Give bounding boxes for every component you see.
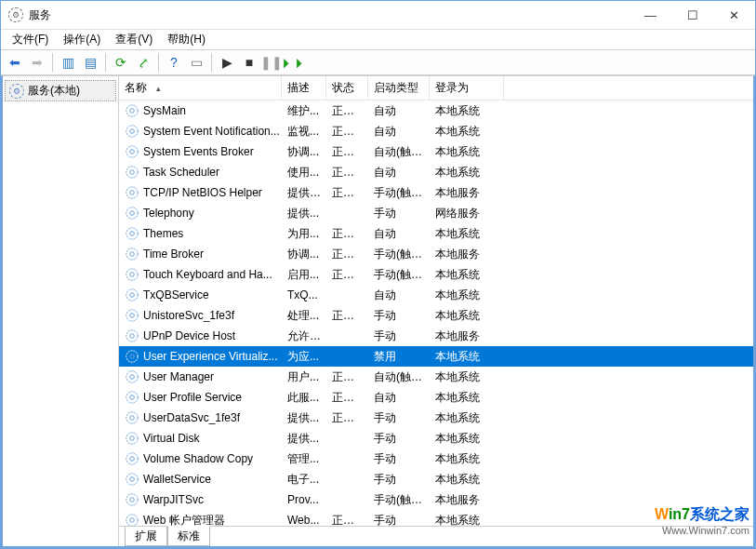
svg-point-3 <box>130 129 135 134</box>
service-name-label: User Profile Service <box>143 391 242 404</box>
restart-service-button[interactable]: ⏵⏵ <box>284 52 304 73</box>
column-header-status[interactable]: 状态 <box>326 76 368 100</box>
cell-status: 正在... <box>326 103 368 119</box>
menu-view[interactable]: 查看(V) <box>108 30 160 49</box>
cell-startup: 自动(触发... <box>368 144 430 160</box>
service-row[interactable]: Task Scheduler使用...正在...自动本地系统 <box>119 162 753 182</box>
svg-point-12 <box>126 228 138 239</box>
menu-action[interactable]: 操作(A) <box>56 30 108 49</box>
cell-name: SysMain <box>119 103 282 118</box>
svg-point-38 <box>126 494 138 505</box>
column-header-startup[interactable]: 启动类型 <box>368 76 430 100</box>
tab-standard[interactable]: 标准 <box>167 526 210 546</box>
properties-button[interactable]: ▭ <box>186 52 206 73</box>
cell-startup: 手动(触发... <box>368 185 430 201</box>
cell-logon: 本地系统 <box>430 472 504 488</box>
close-button[interactable]: ✕ <box>713 1 755 29</box>
service-row[interactable]: TCP/IP NetBIOS Helper提供 ...正在...手动(触发...… <box>119 182 753 203</box>
cell-description: 用户... <box>282 369 326 385</box>
service-name-label: System Event Notification... <box>143 125 280 138</box>
maximize-button[interactable]: ☐ <box>671 1 713 29</box>
pause-service-button[interactable]: ❚❚ <box>261 52 282 73</box>
cell-startup: 手动 <box>368 431 430 447</box>
show-hide-tree-button[interactable]: ▥ <box>58 52 78 73</box>
service-name-label: Touch Keyboard and Ha... <box>143 268 272 281</box>
cell-startup: 自动(触发... <box>368 369 430 385</box>
svg-point-40 <box>126 515 138 526</box>
refresh-button[interactable]: ⟳ <box>111 52 131 73</box>
svg-point-16 <box>126 269 138 280</box>
svg-point-1 <box>130 109 135 114</box>
service-row[interactable]: User Experience Virtualiz...为应...禁用本地系统 <box>119 346 753 367</box>
svg-point-18 <box>126 289 138 301</box>
cell-name: WarpJITSvc <box>119 492 282 507</box>
service-row[interactable]: System Event Notification...监视...正在...自动… <box>119 121 753 141</box>
service-gear-icon <box>125 308 139 323</box>
service-gear-icon <box>125 513 139 526</box>
column-header-logon[interactable]: 登录为 <box>430 76 504 100</box>
service-row[interactable]: Themes为用...正在...自动本地系统 <box>119 223 753 244</box>
services-list[interactable]: 名称 ▴ 描述 状态 启动类型 登录为 SysMain维护...正在...自动本… <box>119 76 753 526</box>
svg-point-14 <box>126 248 138 260</box>
cell-description: 此服... <box>282 390 326 406</box>
service-row[interactable]: System Events Broker协调...正在...自动(触发...本地… <box>119 141 753 162</box>
cell-description: Prov... <box>282 493 326 506</box>
help-button[interactable]: ? <box>164 52 184 73</box>
start-service-button[interactable]: ▶ <box>217 52 237 73</box>
service-row[interactable]: Time Broker协调...正在...手动(触发...本地服务 <box>119 244 753 264</box>
service-row[interactable]: UnistoreSvc_1fe3f处理...正在...手动本地系统 <box>119 305 753 326</box>
service-gear-icon <box>125 103 139 118</box>
service-gear-icon <box>125 226 139 241</box>
service-row[interactable]: SysMain维护...正在...自动本地系统 <box>119 100 753 121</box>
service-row[interactable]: Volume Shadow Copy管理...手动本地系统 <box>119 449 753 469</box>
cell-logon: 本地服务 <box>430 185 504 201</box>
cell-description: 协调... <box>282 144 326 160</box>
service-row[interactable]: Telephony提供...手动网络服务 <box>119 203 753 223</box>
cell-logon: 本地服务 <box>430 247 504 262</box>
service-row[interactable]: User Manager用户...正在...自动(触发...本地系统 <box>119 367 753 387</box>
forward-button[interactable]: ➡ <box>27 52 47 73</box>
minimize-button[interactable]: — <box>630 1 671 29</box>
cell-name: System Events Broker <box>119 144 282 159</box>
cell-description: 提供... <box>282 410 326 426</box>
stop-service-button[interactable]: ■ <box>239 52 259 73</box>
toolbar-separator <box>52 53 53 72</box>
cell-description: 协调... <box>282 247 326 262</box>
view-tabs: 扩展 标准 <box>119 526 753 546</box>
cell-description: 允许 ... <box>282 328 326 344</box>
cell-status: 正在... <box>326 144 368 160</box>
column-header-name-label: 名称 <box>125 80 147 96</box>
column-header-name[interactable]: 名称 ▴ <box>119 76 282 100</box>
service-gear-icon <box>125 451 139 466</box>
service-gear-icon <box>125 165 139 180</box>
service-gear-icon <box>125 206 139 221</box>
service-row[interactable]: WarpJITSvcProv...手动(触发...本地服务 <box>119 489 753 510</box>
cell-logon: 本地系统 <box>430 369 504 385</box>
cell-logon: 本地系统 <box>430 103 504 119</box>
service-row[interactable]: UserDataSvc_1fe3f提供...正在...手动本地系统 <box>119 408 753 428</box>
service-gear-icon <box>125 267 139 282</box>
tab-extended[interactable]: 扩展 <box>125 527 167 546</box>
cell-description: 处理... <box>282 308 326 324</box>
tree-node-services-local[interactable]: ⚙ 服务(本地) <box>5 80 116 101</box>
service-row[interactable]: WalletService电子...手动本地系统 <box>119 469 753 489</box>
service-row[interactable]: Web 帐户管理器Web...正在...手动本地系统 <box>119 510 753 526</box>
service-row[interactable]: User Profile Service此服...正在...自动本地系统 <box>119 387 753 408</box>
cell-description: TxQ... <box>282 288 326 301</box>
toolbar-separator <box>158 53 159 72</box>
services-node-icon: ⚙ <box>9 84 24 99</box>
service-row[interactable]: Virtual Disk提供...手动本地系统 <box>119 428 753 449</box>
export-button[interactable]: ⤤ <box>133 52 153 73</box>
cell-logon: 本地服务 <box>430 492 504 508</box>
service-row[interactable]: Touch Keyboard and Ha...启用...正在...手动(触发.… <box>119 264 753 285</box>
svg-point-36 <box>126 474 138 485</box>
service-gear-icon <box>125 328 139 343</box>
back-button[interactable]: ⬅ <box>5 52 25 73</box>
menu-help[interactable]: 帮助(H) <box>160 30 213 49</box>
service-row[interactable]: UPnP Device Host允许 ...手动本地服务 <box>119 326 753 346</box>
service-row[interactable]: TxQBServiceTxQ...自动本地系统 <box>119 285 753 305</box>
menu-file[interactable]: 文件(F) <box>5 30 56 49</box>
details-pane-button[interactable]: ▤ <box>80 52 100 73</box>
cell-startup: 自动 <box>368 124 430 140</box>
column-header-description[interactable]: 描述 <box>282 76 326 100</box>
